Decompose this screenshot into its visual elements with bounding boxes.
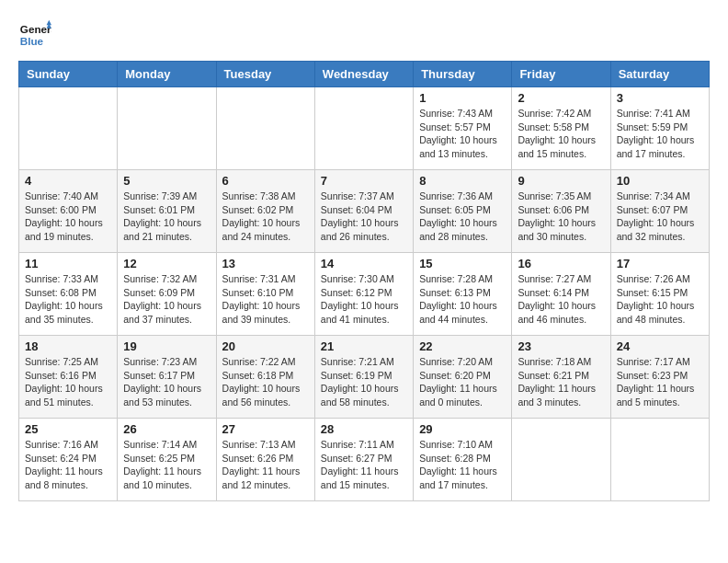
- day-cell: 20Sunrise: 7:22 AM Sunset: 6:18 PM Dayli…: [216, 336, 314, 419]
- day-info: Sunrise: 7:41 AM Sunset: 5:59 PM Dayligh…: [617, 107, 703, 161]
- day-info: Sunrise: 7:31 AM Sunset: 6:10 PM Dayligh…: [222, 272, 309, 327]
- day-info: Sunrise: 7:39 AM Sunset: 6:01 PM Dayligh…: [123, 190, 210, 244]
- day-info: Sunrise: 7:26 AM Sunset: 6:15 PM Dayligh…: [617, 272, 703, 327]
- day-cell: [19, 87, 118, 170]
- day-info: Sunrise: 7:40 AM Sunset: 6:00 PM Dayligh…: [25, 190, 111, 244]
- day-number: 6: [222, 174, 309, 188]
- day-number: 18: [25, 339, 111, 353]
- week-row-1: 4Sunrise: 7:40 AM Sunset: 6:00 PM Daylig…: [19, 170, 710, 253]
- header-cell-monday: Monday: [118, 62, 216, 87]
- day-cell: 26Sunrise: 7:14 AM Sunset: 6:25 PM Dayli…: [118, 419, 216, 501]
- day-cell: 12Sunrise: 7:32 AM Sunset: 6:09 PM Dayli…: [118, 253, 216, 336]
- day-info: Sunrise: 7:17 AM Sunset: 6:23 PM Dayligh…: [617, 355, 703, 409]
- day-number: 15: [419, 257, 506, 270]
- day-number: 22: [419, 339, 506, 353]
- day-cell: 3Sunrise: 7:41 AM Sunset: 5:59 PM Daylig…: [610, 87, 709, 170]
- day-info: Sunrise: 7:21 AM Sunset: 6:19 PM Dayligh…: [321, 355, 407, 409]
- day-number: 11: [25, 257, 111, 270]
- header-cell-thursday: Thursday: [414, 62, 512, 87]
- day-number: 9: [518, 174, 604, 188]
- day-cell: 10Sunrise: 7:34 AM Sunset: 6:07 PM Dayli…: [610, 170, 709, 253]
- day-number: 8: [419, 174, 506, 188]
- day-number: 19: [123, 339, 210, 353]
- day-number: 16: [518, 257, 604, 270]
- day-info: Sunrise: 7:16 AM Sunset: 6:24 PM Dayligh…: [25, 438, 111, 492]
- day-number: 25: [25, 422, 111, 436]
- week-row-2: 11Sunrise: 7:33 AM Sunset: 6:08 PM Dayli…: [19, 253, 710, 336]
- header-cell-wednesday: Wednesday: [314, 62, 413, 87]
- day-number: 26: [123, 422, 210, 436]
- day-cell: 13Sunrise: 7:31 AM Sunset: 6:10 PM Dayli…: [216, 253, 314, 336]
- week-row-0: 1Sunrise: 7:43 AM Sunset: 5:57 PM Daylig…: [19, 87, 710, 170]
- week-row-3: 18Sunrise: 7:25 AM Sunset: 6:16 PM Dayli…: [19, 336, 710, 419]
- day-cell: 23Sunrise: 7:18 AM Sunset: 6:21 PM Dayli…: [512, 336, 610, 419]
- day-number: 17: [617, 257, 703, 270]
- day-cell: [314, 87, 413, 170]
- day-number: 27: [222, 422, 309, 436]
- day-cell: 14Sunrise: 7:30 AM Sunset: 6:12 PM Dayli…: [314, 253, 413, 336]
- day-cell: 16Sunrise: 7:27 AM Sunset: 6:14 PM Dayli…: [512, 253, 610, 336]
- day-number: 14: [321, 257, 407, 270]
- day-number: 7: [321, 174, 407, 188]
- day-info: Sunrise: 7:10 AM Sunset: 6:28 PM Dayligh…: [419, 438, 506, 492]
- day-number: 28: [321, 422, 407, 436]
- day-cell: [512, 419, 610, 501]
- day-info: Sunrise: 7:36 AM Sunset: 6:05 PM Dayligh…: [419, 190, 506, 244]
- day-number: 12: [123, 257, 210, 270]
- day-cell: 6Sunrise: 7:38 AM Sunset: 6:02 PM Daylig…: [216, 170, 314, 253]
- day-cell: 11Sunrise: 7:33 AM Sunset: 6:08 PM Dayli…: [19, 253, 118, 336]
- day-number: 4: [25, 174, 111, 188]
- day-number: 21: [321, 339, 407, 353]
- header-cell-saturday: Saturday: [610, 62, 709, 87]
- day-cell: 21Sunrise: 7:21 AM Sunset: 6:19 PM Dayli…: [314, 336, 413, 419]
- day-info: Sunrise: 7:27 AM Sunset: 6:14 PM Dayligh…: [518, 272, 604, 327]
- day-cell: 1Sunrise: 7:43 AM Sunset: 5:57 PM Daylig…: [414, 87, 512, 170]
- day-number: 29: [419, 422, 506, 436]
- day-cell: 18Sunrise: 7:25 AM Sunset: 6:16 PM Dayli…: [19, 336, 118, 419]
- day-info: Sunrise: 7:28 AM Sunset: 6:13 PM Dayligh…: [419, 272, 506, 327]
- day-cell: 8Sunrise: 7:36 AM Sunset: 6:05 PM Daylig…: [414, 170, 512, 253]
- logo-icon: General Blue: [18, 18, 51, 52]
- day-number: 1: [419, 91, 506, 105]
- day-cell: 22Sunrise: 7:20 AM Sunset: 6:20 PM Dayli…: [414, 336, 512, 419]
- day-cell: 17Sunrise: 7:26 AM Sunset: 6:15 PM Dayli…: [610, 253, 709, 336]
- header-cell-sunday: Sunday: [19, 62, 118, 87]
- svg-text:Blue: Blue: [20, 35, 44, 47]
- day-cell: [610, 419, 709, 501]
- day-info: Sunrise: 7:13 AM Sunset: 6:26 PM Dayligh…: [222, 438, 309, 492]
- day-info: Sunrise: 7:20 AM Sunset: 6:20 PM Dayligh…: [419, 355, 506, 409]
- calendar: SundayMondayTuesdayWednesdayThursdayFrid…: [18, 61, 710, 501]
- day-cell: [118, 87, 216, 170]
- day-info: Sunrise: 7:32 AM Sunset: 6:09 PM Dayligh…: [123, 272, 210, 327]
- day-number: 23: [518, 339, 604, 353]
- day-info: Sunrise: 7:35 AM Sunset: 6:06 PM Dayligh…: [518, 190, 604, 244]
- day-number: 2: [518, 91, 604, 105]
- day-info: Sunrise: 7:18 AM Sunset: 6:21 PM Dayligh…: [518, 355, 604, 409]
- day-info: Sunrise: 7:11 AM Sunset: 6:27 PM Dayligh…: [321, 438, 407, 492]
- day-info: Sunrise: 7:37 AM Sunset: 6:04 PM Dayligh…: [321, 190, 407, 244]
- day-cell: 4Sunrise: 7:40 AM Sunset: 6:00 PM Daylig…: [19, 170, 118, 253]
- day-cell: 27Sunrise: 7:13 AM Sunset: 6:26 PM Dayli…: [216, 419, 314, 501]
- day-info: Sunrise: 7:42 AM Sunset: 5:58 PM Dayligh…: [518, 107, 604, 161]
- day-cell: 15Sunrise: 7:28 AM Sunset: 6:13 PM Dayli…: [414, 253, 512, 336]
- day-number: 20: [222, 339, 309, 353]
- day-cell: 5Sunrise: 7:39 AM Sunset: 6:01 PM Daylig…: [118, 170, 216, 253]
- day-number: 10: [617, 174, 703, 188]
- day-cell: 25Sunrise: 7:16 AM Sunset: 6:24 PM Dayli…: [19, 419, 118, 501]
- day-number: 3: [617, 91, 703, 105]
- logo: General Blue: [18, 18, 55, 52]
- day-info: Sunrise: 7:22 AM Sunset: 6:18 PM Dayligh…: [222, 355, 309, 409]
- day-info: Sunrise: 7:33 AM Sunset: 6:08 PM Dayligh…: [25, 272, 111, 327]
- day-info: Sunrise: 7:25 AM Sunset: 6:16 PM Dayligh…: [25, 355, 111, 409]
- header-cell-tuesday: Tuesday: [216, 62, 314, 87]
- day-number: 24: [617, 339, 703, 353]
- day-cell: 29Sunrise: 7:10 AM Sunset: 6:28 PM Dayli…: [414, 419, 512, 501]
- day-cell: 19Sunrise: 7:23 AM Sunset: 6:17 PM Dayli…: [118, 336, 216, 419]
- day-info: Sunrise: 7:14 AM Sunset: 6:25 PM Dayligh…: [123, 438, 210, 492]
- day-info: Sunrise: 7:30 AM Sunset: 6:12 PM Dayligh…: [321, 272, 407, 327]
- day-cell: 7Sunrise: 7:37 AM Sunset: 6:04 PM Daylig…: [314, 170, 413, 253]
- day-cell: 9Sunrise: 7:35 AM Sunset: 6:06 PM Daylig…: [512, 170, 610, 253]
- day-info: Sunrise: 7:34 AM Sunset: 6:07 PM Dayligh…: [617, 190, 703, 244]
- day-number: 5: [123, 174, 210, 188]
- day-number: 13: [222, 257, 309, 270]
